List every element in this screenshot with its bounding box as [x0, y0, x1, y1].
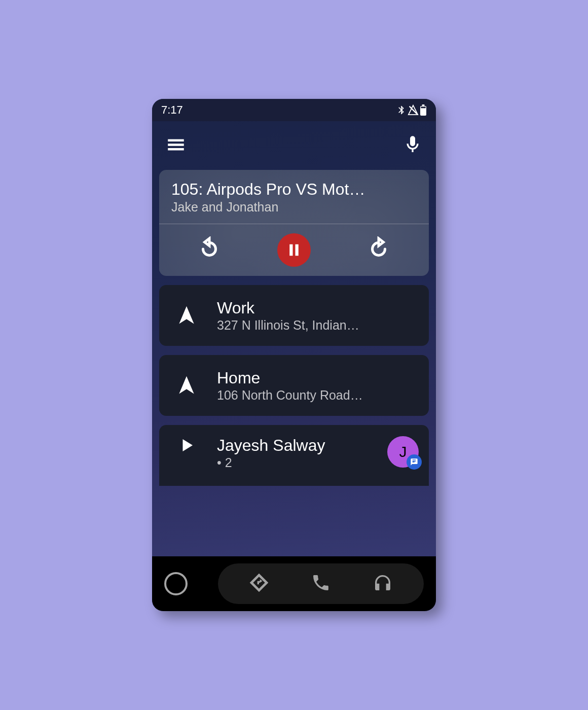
app-bar: [152, 121, 436, 170]
message-sender: Jayesh Salway: [217, 436, 374, 455]
svg-rect-5: [295, 244, 298, 256]
play-icon[interactable]: [177, 436, 196, 454]
rewind-icon[interactable]: [197, 236, 222, 264]
signal-off-icon: [408, 104, 419, 116]
message-card[interactable]: Jayesh Salway • 2 J: [159, 425, 429, 486]
destination-address: 327 N Illinois St, Indian…: [217, 318, 419, 333]
now-playing-card[interactable]: 105: Airpods Pro VS Mot… Jake and Jonath…: [159, 170, 429, 276]
clock-time: 7:17: [161, 103, 183, 117]
chat-icon: [410, 458, 418, 466]
media-title: 105: Airpods Pro VS Mot…: [171, 180, 417, 199]
status-icons: [396, 104, 427, 116]
avatar-letter: J: [399, 443, 407, 460]
pause-icon: [286, 242, 302, 258]
pause-button[interactable]: [277, 233, 311, 267]
svg-rect-4: [289, 244, 292, 256]
microphone-icon[interactable]: [402, 134, 423, 157]
svg-rect-3: [421, 106, 425, 108]
nav-directions-icon[interactable]: [249, 573, 269, 595]
bottom-nav: [152, 556, 436, 611]
navigate-icon: [175, 304, 198, 327]
media-subtitle: Jake and Jonathan: [171, 200, 417, 215]
navigate-icon: [175, 374, 198, 397]
destination-title: Work: [217, 299, 419, 317]
battery-icon: [420, 104, 427, 116]
phone-frame: 7:17 105: Airpods Pro VS Mot… Jake and J…: [152, 99, 436, 611]
status-bar: 7:17: [152, 99, 436, 121]
nav-phone-icon[interactable]: [311, 573, 331, 595]
bluetooth-icon: [396, 104, 407, 116]
forward-icon[interactable]: [366, 236, 391, 264]
nav-pill: [218, 563, 424, 604]
cards-container: 105: Airpods Pro VS Mot… Jake and Jonath…: [152, 170, 436, 486]
message-badge: [407, 454, 422, 470]
svg-rect-2: [422, 104, 425, 106]
destination-title: Home: [217, 369, 419, 387]
menu-icon[interactable]: [165, 134, 187, 157]
destination-card-home[interactable]: Home 106 North County Road…: [159, 355, 429, 416]
destination-card-work[interactable]: Work 327 N Illinois St, Indian…: [159, 285, 429, 346]
message-count: • 2: [217, 455, 374, 470]
nav-headphones-icon[interactable]: [373, 573, 393, 595]
avatar: J: [387, 436, 419, 468]
home-circle-icon[interactable]: [164, 572, 188, 595]
destination-address: 106 North County Road…: [217, 388, 419, 403]
